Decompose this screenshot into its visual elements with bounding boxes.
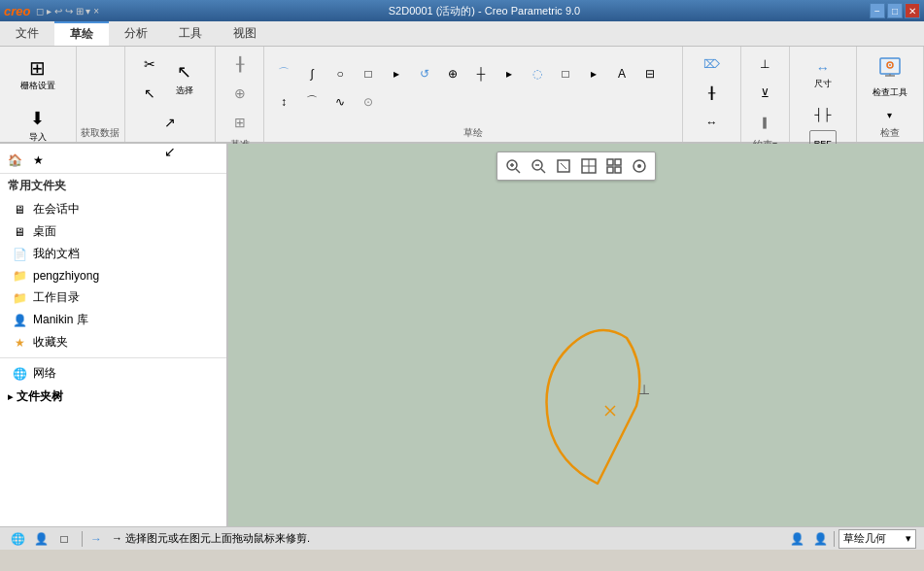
sketch-btn10[interactable]: ◌: [524, 60, 551, 87]
datum-btn2[interactable]: ⊕: [226, 80, 254, 107]
sidebar-item-manikin[interactable]: 👤 Manikin 库: [0, 309, 226, 331]
cut-button[interactable]: ✂: [136, 50, 163, 78]
network-icon: 🌐: [12, 366, 27, 382]
menu-sketch[interactable]: 草绘: [54, 21, 109, 46]
zoom-fit-btn[interactable]: [552, 154, 575, 178]
statusbar-globe-icon[interactable]: 🌐: [8, 529, 27, 549]
op-btn3[interactable]: ↗: [156, 109, 184, 136]
close-button[interactable]: ✕: [905, 3, 920, 18]
zoom-in-btn[interactable]: [501, 154, 525, 178]
sketch-btn6[interactable]: ↺: [411, 60, 438, 87]
window-title: S2D0001 (活动的) - Creo Parametric 9.0: [99, 4, 870, 18]
sidebar-item-session[interactable]: 🖥 在会话中: [0, 198, 226, 220]
constraint-btn3[interactable]: ∥: [751, 109, 778, 136]
import-label: 导入: [29, 131, 47, 144]
op-btn4[interactable]: ↙: [156, 138, 184, 165]
menu-analysis[interactable]: 分析: [109, 21, 163, 46]
folder-tree-section[interactable]: ▸ 文件夹树: [0, 385, 226, 409]
statusbar-geometry-label: 草绘几何: [843, 531, 886, 546]
ribbon-group-inspect-content: 检查工具 ▾: [863, 50, 917, 124]
grid-settings-label: 栅格设置: [20, 80, 55, 92]
ribbon-group-constraints-content: ⊥ ⊻ ∥: [751, 50, 778, 136]
select-btn2[interactable]: ↖: [136, 80, 163, 107]
sketch-btn11[interactable]: □: [552, 60, 579, 87]
import-button[interactable]: ⬇ 导入: [18, 101, 57, 150]
sketch-btn4[interactable]: □: [355, 60, 382, 87]
inspect-tools-button[interactable]: 检查工具: [871, 52, 909, 101]
statusbar-person2-icon[interactable]: 👤: [810, 529, 830, 549]
menu-file[interactable]: 文件: [0, 21, 54, 46]
statusbar-window-icon[interactable]: □: [54, 529, 74, 549]
sidebar-star-btn[interactable]: ★: [27, 150, 49, 171]
view-btn3[interactable]: [628, 154, 651, 178]
ribbon-toolbar: ⊞ 栅格设置 ⬇ 导入 设置▾ 获取数据 ✂ ↖ ↖ 选择: [0, 47, 924, 144]
sketch-btn14[interactable]: ⊟: [636, 60, 664, 87]
sketch-btn9[interactable]: ▸: [496, 60, 523, 87]
statusbar-person-icon[interactable]: 👤: [787, 529, 806, 549]
zoom-fit-icon: [555, 157, 572, 175]
folder-tree-label: 文件夹树: [17, 388, 63, 405]
sketch-btn12[interactable]: ▸: [580, 60, 607, 87]
statusbar-user-icon[interactable]: 👤: [31, 529, 51, 549]
zoom-out-btn[interactable]: [527, 154, 550, 178]
menu-tools[interactable]: 工具: [163, 21, 218, 46]
sidebar-item-desktop[interactable]: 🖥 桌面: [0, 220, 226, 243]
view-btn1[interactable]: [577, 154, 600, 178]
sketch-btn13[interactable]: A: [608, 60, 635, 87]
title-icons: ◻ ▸ ↩ ↪ ⊞ ▾ ×: [36, 6, 99, 17]
maximize-button[interactable]: □: [887, 3, 903, 18]
constraint-btn1[interactable]: ⊥: [751, 50, 778, 78]
ribbon-group-constraints: ⊥ ⊻ ∥ 约束▾: [741, 47, 790, 142]
statusbar-geometry-dropdown[interactable]: 草绘几何 ▾: [838, 529, 916, 549]
edit-btn2[interactable]: ╂: [698, 80, 725, 107]
sidebar-home-btn[interactable]: 🏠: [4, 150, 25, 171]
dimensions-icon: ↔: [816, 60, 830, 76]
sketch-line-btn[interactable]: ∫: [298, 60, 325, 87]
sidebar-item-network[interactable]: 🌐 网络: [0, 362, 226, 385]
statusbar-right: 👤 👤 草绘几何 ▾: [787, 529, 916, 549]
inspect-group-label: 检查: [880, 126, 900, 140]
select-button[interactable]: ↖ 选择: [165, 54, 204, 103]
sketch-btn16[interactable]: ⌒: [298, 88, 325, 116]
statusbar-separator: [82, 531, 83, 547]
statusbar-message: → 选择图元或在图元上面拖动鼠标来修剪.: [112, 531, 779, 546]
edit-btn1[interactable]: ⌦: [698, 50, 725, 78]
constraint-btn2[interactable]: ⊻: [751, 80, 778, 107]
menu-view[interactable]: 视图: [218, 21, 272, 46]
edit-btn3[interactable]: ↔: [698, 109, 725, 136]
sketch-circle-btn[interactable]: ○: [326, 60, 354, 87]
view-btn2[interactable]: [602, 154, 626, 178]
view-icon3: [631, 157, 648, 175]
sketch-btn8[interactable]: ┼: [467, 60, 495, 87]
manikin-label: Manikin 库: [33, 312, 88, 328]
dim-btn2[interactable]: ┤├: [809, 101, 837, 128]
sidebar-item-pengzhiyong[interactable]: 📁 pengzhiyong: [0, 265, 226, 286]
statusbar-icons: 🌐 👤 □: [8, 529, 74, 549]
inspect-tools-label: 检查工具: [873, 86, 907, 99]
inspect-icon: [876, 54, 904, 84]
expand-icon: ▸: [8, 391, 13, 402]
grid-settings-button[interactable]: ⊞ 栅格设置: [18, 50, 57, 99]
dimensions-button[interactable]: ↔ 尺寸: [804, 50, 842, 99]
sketch-arc-btn[interactable]: ⌒: [270, 60, 297, 87]
inspect-dropdown[interactable]: ▾: [876, 107, 904, 122]
sidebar-item-mydocs[interactable]: 📄 我的文档: [0, 243, 226, 265]
canvas-toolbar: [496, 151, 656, 181]
sidebar-item-workdir[interactable]: 📁 工作目录: [0, 286, 226, 309]
datum-btn3[interactable]: ⊞: [226, 109, 254, 136]
sketch-btn15[interactable]: ↕: [270, 88, 297, 116]
grid-icon: ⊞: [29, 58, 46, 78]
sketch-btn18[interactable]: ⊙: [355, 88, 382, 116]
svg-line-12: [541, 169, 545, 173]
network-label: 网络: [33, 365, 56, 382]
main-area: 🏠 ★ 常用文件夹 🖥 在会话中 🖥 桌面 📄 我的文档 📁 pengzhiyo…: [0, 144, 924, 526]
sidebar-item-favorites[interactable]: ★ 收藏夹: [0, 331, 226, 353]
ribbon-group-getdata: 获取数据: [77, 47, 125, 142]
datum-btn1[interactable]: ╂: [226, 50, 254, 78]
menu-bar: 文件 草绘 分析 工具 视图: [0, 21, 924, 47]
sketch-btn7[interactable]: ⊕: [439, 60, 466, 87]
sketch-btn17[interactable]: ∿: [326, 88, 354, 116]
minimize-button[interactable]: −: [870, 3, 885, 18]
ribbon-group-inspect: 检查工具 ▾ 检查: [857, 47, 924, 142]
sketch-btn5[interactable]: ▸: [383, 60, 410, 87]
